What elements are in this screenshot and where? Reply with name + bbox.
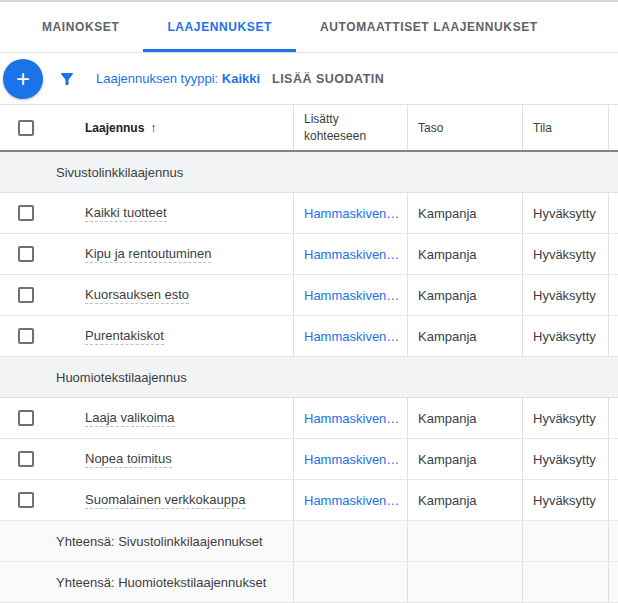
summary-label: Yhteensä: Sivustolinkkilaajennukset xyxy=(18,534,263,549)
row-checkbox[interactable] xyxy=(18,287,34,303)
added-to-link[interactable]: Hammaskiven p... xyxy=(304,493,401,508)
group-label: Sivustolinkkilaajennus xyxy=(56,165,183,180)
sort-ascending-icon[interactable]: ↑ xyxy=(150,120,157,135)
added-to-link[interactable]: Hammaskiven p... xyxy=(304,411,401,426)
table-row: Laaja valikoima Hammaskiven p... Kampanj… xyxy=(0,398,618,439)
row-checkbox[interactable] xyxy=(18,492,34,508)
table-row: Kaikki tuotteet Hammaskiven p... Kampanj… xyxy=(0,193,618,234)
table-row: Kuorsauksen esto Hammaskiven p... Kampan… xyxy=(0,275,618,316)
status-value: Hyväksytty xyxy=(533,288,596,303)
add-extension-button[interactable]: + xyxy=(3,59,43,99)
added-to-link[interactable]: Hammaskiven p... xyxy=(304,288,401,303)
summary-row-sitelinks: Yhteensä: Sivustolinkkilaajennukset xyxy=(0,521,618,562)
level-value: Kampanja xyxy=(418,329,477,344)
filter-label: Laajennuksen tyyppi: xyxy=(96,71,222,86)
added-to-link[interactable]: Hammaskiven p... xyxy=(304,452,401,467)
added-to-link[interactable]: Hammaskiven p... xyxy=(304,247,401,262)
level-value: Kampanja xyxy=(418,452,477,467)
level-value: Kampanja xyxy=(418,206,477,221)
tab-laajennukset[interactable]: LAAJENNUKSET xyxy=(143,2,296,52)
row-checkbox[interactable] xyxy=(18,328,34,344)
filter-icon[interactable] xyxy=(58,70,76,88)
summary-row-callouts: Yhteensä: Huomiotekstilaajennukset xyxy=(0,562,618,603)
level-value: Kampanja xyxy=(418,288,477,303)
tab-bar: MAINOKSET LAAJENNUKSET AUTOMAATTISET LAA… xyxy=(0,2,618,53)
header-status[interactable]: Tila xyxy=(522,105,608,150)
added-to-link[interactable]: Hammaskiven p... xyxy=(304,329,401,344)
extensions-table: Laajennus ↑ Lisätty kohteeseen Taso Tila… xyxy=(0,105,618,603)
column-label-extension: Laajennus xyxy=(85,121,144,135)
header-added-to[interactable]: Lisätty kohteeseen xyxy=(293,105,407,150)
add-filter-button[interactable]: LISÄÄ SUODATIN xyxy=(272,53,384,104)
header-extension[interactable]: Laajennus ↑ xyxy=(0,105,293,150)
tab-automaattiset-laajennukset[interactable]: AUTOMAATTISET LAAJENNUKSET xyxy=(296,2,562,52)
row-checkbox[interactable] xyxy=(18,246,34,262)
status-value: Hyväksytty xyxy=(533,247,596,262)
filter-toolbar: + Laajennuksen tyyppi: Kaikki LISÄÄ SUOD… xyxy=(0,53,618,105)
extension-name-link[interactable]: Kaikki tuotteet xyxy=(85,205,167,222)
tab-mainokset[interactable]: MAINOKSET xyxy=(18,2,143,52)
status-value: Hyväksytty xyxy=(533,452,596,467)
row-checkbox[interactable] xyxy=(18,451,34,467)
extension-type-filter[interactable]: Laajennuksen tyyppi: Kaikki xyxy=(96,53,260,104)
table-row: Purentakiskot Hammaskiven p... Kampanja … xyxy=(0,316,618,357)
row-checkbox[interactable] xyxy=(18,410,34,426)
group-header-callout: Huomiotekstilaajennus xyxy=(0,357,618,398)
extension-name-link[interactable]: Kuorsauksen esto xyxy=(85,287,189,304)
select-all-checkbox[interactable] xyxy=(18,120,34,136)
status-value: Hyväksytty xyxy=(533,329,596,344)
level-value: Kampanja xyxy=(418,493,477,508)
extension-name-link[interactable]: Suomalainen verkkokauppa xyxy=(85,492,245,509)
filter-value: Kaikki xyxy=(222,71,260,86)
table-row: Nopea toimitus Hammaskiven p... Kampanja… xyxy=(0,439,618,480)
status-value: Hyväksytty xyxy=(533,493,596,508)
group-label: Huomiotekstilaajennus xyxy=(56,370,187,385)
extension-name-link[interactable]: Nopea toimitus xyxy=(85,451,172,468)
group-header-sitelink: Sivustolinkkilaajennus xyxy=(0,152,618,193)
summary-label: Yhteensä: Huomiotekstilaajennukset xyxy=(18,575,266,590)
header-overflow xyxy=(608,105,618,150)
column-label-status: Tila xyxy=(533,121,552,135)
level-value: Kampanja xyxy=(418,247,477,262)
extension-name-link[interactable]: Kipu ja rentoutuminen xyxy=(85,246,211,263)
column-label-added-to: Lisätty kohteeseen xyxy=(304,111,401,143)
row-checkbox[interactable] xyxy=(18,205,34,221)
table-header-row: Laajennus ↑ Lisätty kohteeseen Taso Tila xyxy=(0,105,618,152)
level-value: Kampanja xyxy=(418,411,477,426)
plus-icon: + xyxy=(16,65,30,92)
table-row: Suomalainen verkkokauppa Hammaskiven p..… xyxy=(0,480,618,521)
status-value: Hyväksytty xyxy=(533,411,596,426)
status-value: Hyväksytty xyxy=(533,206,596,221)
header-level[interactable]: Taso xyxy=(407,105,522,150)
added-to-link[interactable]: Hammaskiven p... xyxy=(304,206,401,221)
column-label-level: Taso xyxy=(418,121,443,135)
extension-name-link[interactable]: Laaja valikoima xyxy=(85,410,175,427)
table-row: Kipu ja rentoutuminen Hammaskiven p... K… xyxy=(0,234,618,275)
extension-name-link[interactable]: Purentakiskot xyxy=(85,328,164,345)
